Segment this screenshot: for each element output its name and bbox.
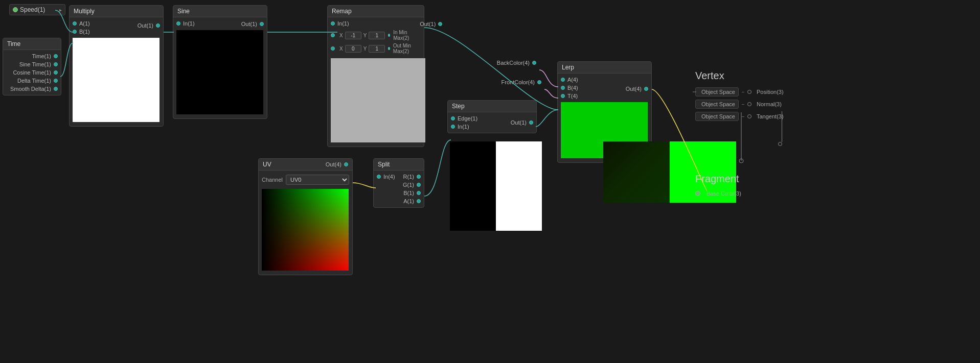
vertex-tangent-space: Object Space	[695, 112, 739, 121]
svg-point-1	[739, 159, 743, 163]
vertex-pos-line	[742, 92, 744, 92]
sine-header: Sine	[173, 6, 267, 17]
port-delta-time-label: Delta Time(1)	[17, 78, 51, 84]
port-remap-in-label: In(1)	[337, 20, 349, 27]
port-delta-time: Delta Time(1)	[3, 77, 61, 85]
vertex-norm-circle	[747, 102, 751, 106]
fragment-title: Fragment	[695, 171, 797, 189]
step-body: Edge(1) In(1) Out(1)	[448, 112, 536, 133]
port-split-in: In(4)	[374, 173, 398, 181]
port-lerp-out-label: Out(4)	[626, 86, 642, 92]
lerp-title: Lerp	[562, 64, 574, 71]
multiply-preview-img	[73, 38, 159, 122]
port-multiply-a: A(1)	[70, 19, 93, 28]
port-step-out-label: Out(1)	[511, 119, 527, 126]
vertex-port-position: Object Space Position(3)	[695, 86, 797, 98]
fragment-port-basecolor: Base Color(3)	[695, 189, 797, 198]
vertex-title: Vertex	[695, 68, 797, 86]
remap-y1-label: Y	[363, 33, 367, 38]
large-previews	[450, 141, 542, 231]
remap-node: Remap In(1) X Y In Min Max(2)	[327, 5, 424, 147]
uv-title: UV	[263, 161, 271, 168]
channel-select[interactable]: UV0 UV1	[286, 175, 349, 185]
split-header: Split	[374, 159, 424, 171]
frag-base-dot	[695, 191, 700, 196]
port-b-dot	[73, 30, 77, 34]
port-a-out-dot	[417, 199, 421, 203]
port-smooth-delta-dot	[54, 87, 58, 91]
port-lerp-b-dot	[561, 86, 565, 90]
remap-preview-img	[331, 58, 425, 142]
port-split-in-dot	[377, 175, 381, 179]
port-step-out-dot	[529, 120, 533, 125]
port-time: Time(1)	[3, 52, 61, 60]
port-frontcolor-dot	[537, 80, 541, 84]
uv-body: Channel UV0 UV1	[259, 171, 352, 275]
frontcolor-label: FrontColor(4)	[502, 79, 535, 85]
port-sine-time-label: Sine Time(1)	[19, 61, 51, 67]
port-cosine-time-dot	[54, 70, 58, 75]
time-body: Time(1) Sine Time(1) Cosine Time(1) Delt…	[3, 50, 61, 95]
preview-white-right	[496, 141, 542, 231]
vertex-bottom-circle	[778, 142, 782, 146]
remap-x1-input[interactable]	[345, 32, 361, 39]
port-smooth-delta: Smooth Delta(1)	[3, 85, 61, 93]
port-frontcolor: FrontColor(4)	[478, 78, 544, 86]
port-multiply-out: Out(1)	[134, 19, 163, 30]
port-split-a: A(1)	[400, 197, 424, 205]
frag-base-label: Base Color(3)	[706, 190, 741, 197]
port-lerp-b-label: B(4)	[567, 85, 578, 91]
port-lerp-a: A(4)	[558, 76, 581, 84]
port-out-minmax-dot	[331, 46, 335, 51]
remap-out-minmax-row: X Y Out Min Max(2)	[331, 42, 414, 55]
speed-node: Speed(1) ▸	[9, 4, 65, 15]
port-step-edge: Edge(1)	[448, 114, 481, 123]
port-sine-out: Out(1)	[238, 19, 267, 28]
time-header: Time	[3, 38, 61, 50]
port-sine-in-label: In(1)	[183, 20, 195, 27]
remap-y1-input[interactable]	[369, 32, 385, 39]
out-minmax-dot	[388, 47, 390, 50]
port-remap-out: Out(1)	[417, 19, 445, 28]
multiply-header: Multiply	[70, 6, 163, 17]
port-step-out: Out(1)	[508, 114, 536, 131]
port-step-in: In(1)	[448, 123, 481, 131]
port-out-label: Out(1)	[138, 22, 153, 29]
port-a-label: A(1)	[403, 198, 414, 204]
time-title: Time	[7, 40, 20, 47]
split-title: Split	[378, 161, 390, 168]
vertex-pos-label: Position(3)	[757, 89, 784, 95]
port-a-dot	[73, 21, 77, 26]
port-lerp-b: B(4)	[558, 84, 581, 92]
port-step-in-dot	[451, 125, 455, 129]
vertex-tan-line	[742, 116, 744, 117]
remap-y2-label: Y	[363, 46, 367, 52]
lerp-header: Lerp	[558, 62, 651, 74]
sine-preview	[176, 30, 264, 114]
port-remap-out-label: Out(1)	[420, 21, 436, 27]
port-backcolor-dot	[532, 61, 536, 65]
uv-preview-img	[262, 189, 349, 271]
sine-body: In(1) Out(1)	[173, 17, 267, 118]
speed-row[interactable]: Speed(1) ▸	[9, 4, 65, 15]
remap-header: Remap	[328, 6, 424, 17]
vertex-norm-line	[742, 104, 744, 105]
vertex-node: Vertex Object Space Position(3) Object S…	[695, 68, 797, 123]
port-b-dot	[417, 191, 421, 195]
port-b-label: B(1)	[79, 29, 90, 35]
uv-node: UV Out(4) Channel UV0 UV1	[258, 158, 353, 275]
step-node: Step Edge(1) In(1) Out(1)	[447, 100, 537, 133]
remap-y2-input[interactable]	[369, 45, 385, 53]
port-lerp-out-dot	[644, 87, 648, 91]
port-backcolor: BackColor(4)	[478, 59, 539, 67]
remap-x2-input[interactable]	[345, 45, 361, 53]
port-a-label: A(1)	[79, 20, 90, 27]
channel-row: Channel UV0 UV1	[259, 173, 352, 187]
port-remap-out-dot	[438, 22, 442, 26]
sine-node: Sine In(1) Out(1)	[173, 5, 267, 119]
speed-expand[interactable]: ▸	[59, 7, 62, 13]
vertex-vertical-line	[782, 111, 782, 142]
vertex-position-space: Object Space	[695, 87, 739, 96]
remap-title: Remap	[332, 8, 352, 15]
vertex-port-normal: Object Space Normal(3)	[695, 98, 797, 110]
